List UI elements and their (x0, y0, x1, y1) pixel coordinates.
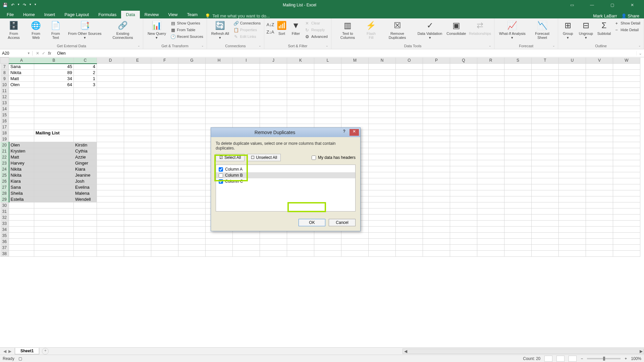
cell-E19[interactable] (124, 136, 151, 142)
cell-D28[interactable] (97, 190, 124, 196)
cell-A24[interactable]: Nikita (9, 166, 34, 172)
cell-V21[interactable] (586, 148, 613, 154)
cell-F16[interactable] (151, 118, 178, 124)
cell-R26[interactable] (477, 178, 504, 184)
cell-T9[interactable] (532, 76, 559, 82)
col-header-F[interactable]: F (151, 58, 178, 64)
cell-G21[interactable] (178, 148, 206, 154)
zoom-level[interactable]: 100% (631, 356, 641, 361)
cell-E17[interactable] (124, 124, 151, 130)
cell-R19[interactable] (477, 136, 504, 142)
cell-C28[interactable]: Malena (74, 190, 97, 196)
cell-B11[interactable] (34, 88, 74, 94)
cell-E13[interactable] (124, 100, 151, 106)
cell-P34[interactable] (423, 227, 450, 233)
cell-F35[interactable] (151, 233, 178, 239)
cell-F7[interactable] (151, 64, 178, 70)
cell-A36[interactable] (9, 239, 34, 245)
cell-C22[interactable]: Azzie (74, 154, 97, 160)
cell-E24[interactable] (124, 166, 151, 172)
cell-V29[interactable] (586, 196, 613, 202)
scroll-left-icon[interactable]: ◀ (403, 349, 408, 354)
filter-button[interactable]: ▼Filter (289, 19, 303, 36)
cell-C27[interactable]: Evelina (74, 184, 97, 190)
cell-F37[interactable] (151, 245, 178, 251)
cell-C32[interactable] (74, 215, 97, 221)
cell-T8[interactable] (532, 70, 559, 76)
cell-M14[interactable] (341, 106, 369, 112)
cell-U10[interactable] (559, 82, 586, 88)
cell-T19[interactable] (532, 136, 559, 142)
cell-J11[interactable] (260, 88, 287, 94)
cell-E14[interactable] (124, 106, 151, 112)
cell-S24[interactable] (504, 166, 532, 172)
cell-Q26[interactable] (450, 178, 477, 184)
cell-M13[interactable] (341, 100, 369, 106)
cell-F10[interactable] (151, 82, 178, 88)
cell-A16[interactable] (9, 118, 34, 124)
cell-U22[interactable] (559, 154, 586, 160)
col-header-G[interactable]: G (178, 58, 206, 64)
row-header-32[interactable]: 32 (0, 215, 9, 221)
cell-G35[interactable] (178, 233, 206, 239)
cell-P16[interactable] (423, 118, 450, 124)
cell-H38[interactable] (206, 251, 233, 257)
cell-K15[interactable] (287, 112, 314, 118)
cell-G25[interactable] (178, 172, 206, 178)
cell-E12[interactable] (124, 94, 151, 100)
cell-I15[interactable] (233, 112, 260, 118)
tell-me-search[interactable]: 💡 Tell me what you want to do... (205, 13, 270, 18)
cell-P9[interactable] (423, 76, 450, 82)
cell-B14[interactable] (34, 106, 74, 112)
tab-team[interactable]: Team (182, 11, 202, 18)
cell-C11[interactable] (74, 88, 97, 94)
cell-T21[interactable] (532, 148, 559, 154)
cell-N30[interactable] (369, 202, 396, 208)
cell-O28[interactable] (396, 190, 423, 196)
cell-R24[interactable] (477, 166, 504, 172)
tab-formulas[interactable]: Formulas (94, 11, 121, 18)
cell-C7[interactable]: 4 (74, 64, 97, 70)
cell-L11[interactable] (314, 88, 341, 94)
cell-W11[interactable] (613, 88, 640, 94)
cell-T16[interactable] (532, 118, 559, 124)
cell-S32[interactable] (504, 215, 532, 221)
cell-R34[interactable] (477, 227, 504, 233)
cell-P27[interactable] (423, 184, 450, 190)
cell-I16[interactable] (233, 118, 260, 124)
cell-L10[interactable] (314, 82, 341, 88)
cell-F9[interactable] (151, 76, 178, 82)
cell-G13[interactable] (178, 100, 206, 106)
column-b-checkbox[interactable] (219, 173, 223, 178)
cell-Q32[interactable] (450, 215, 477, 221)
cell-O35[interactable] (396, 233, 423, 239)
cell-B18[interactable]: Mailing List (34, 130, 74, 136)
cell-E25[interactable] (124, 172, 151, 178)
remove-duplicates-button[interactable]: ☒Remove Duplicates (380, 19, 414, 40)
cell-G30[interactable] (178, 202, 206, 208)
cell-P36[interactable] (423, 239, 450, 245)
cell-M10[interactable] (341, 82, 369, 88)
cell-C24[interactable]: Kiara (74, 166, 97, 172)
cell-O30[interactable] (396, 202, 423, 208)
cell-W27[interactable] (613, 184, 640, 190)
cell-E35[interactable] (124, 233, 151, 239)
sort-button[interactable]: 📶Sort (275, 19, 288, 36)
cell-E7[interactable] (124, 64, 151, 70)
cell-E10[interactable] (124, 82, 151, 88)
add-sheet-button[interactable]: + (42, 348, 49, 355)
cell-W24[interactable] (613, 166, 640, 172)
cell-Q19[interactable] (450, 136, 477, 142)
page-break-view-button[interactable] (569, 356, 577, 362)
cell-K36[interactable] (287, 239, 314, 245)
cell-G29[interactable] (178, 196, 206, 202)
cell-U25[interactable] (559, 172, 586, 178)
cell-T28[interactable] (532, 190, 559, 196)
cell-S25[interactable] (504, 172, 532, 178)
cell-P25[interactable] (423, 172, 450, 178)
cell-A34[interactable] (9, 227, 34, 233)
cell-J9[interactable] (260, 76, 287, 82)
cell-O36[interactable] (396, 239, 423, 245)
cell-W32[interactable] (613, 215, 640, 221)
cell-E31[interactable] (124, 208, 151, 215)
